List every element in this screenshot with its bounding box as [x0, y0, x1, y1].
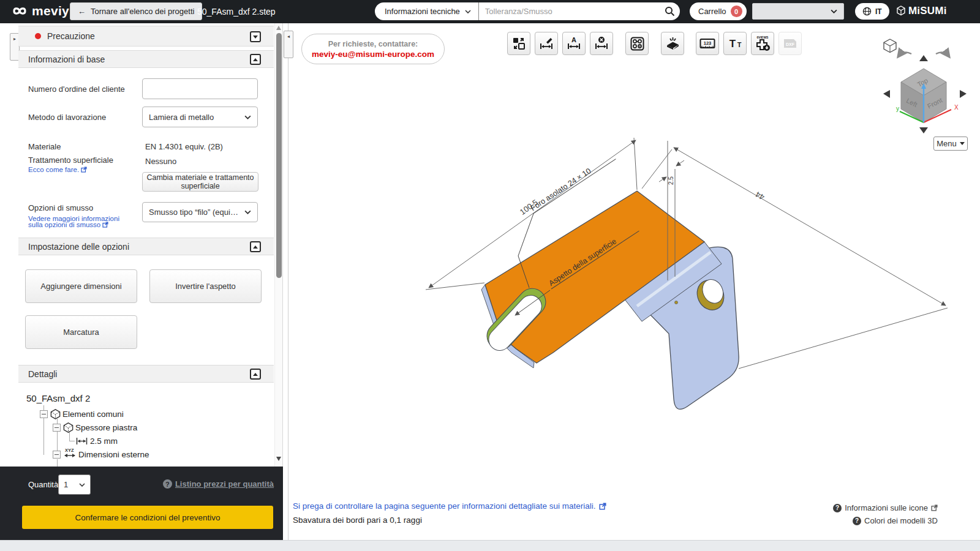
rotate-left-step-icon[interactable]: [883, 90, 890, 98]
material-value: EN 1.4301 equiv. (2B): [145, 142, 223, 151]
tree-node-thickness-value[interactable]: 2.5 mm: [90, 437, 118, 446]
chevron-down-icon: [244, 115, 251, 119]
search-input[interactable]: [479, 7, 659, 16]
method-select[interactable]: Lamiera di metallo: [142, 107, 258, 127]
quantity-select[interactable]: 1: [58, 474, 91, 495]
back-arrow-icon: ←: [78, 7, 86, 16]
misumi-logo-icon: [896, 6, 906, 17]
sidebar-scrollbar[interactable]: [274, 23, 282, 467]
scroll-up-arrow-icon[interactable]: [276, 26, 281, 30]
tree-expand-button[interactable]: [53, 451, 61, 459]
language-label: IT: [875, 7, 882, 16]
viewer-canvas[interactable]: ◂ Per richieste, contattare: meviy-eu@mi…: [283, 23, 980, 540]
xyz-dimensions-icon: XYZ: [63, 447, 77, 459]
hole-pattern-button[interactable]: [625, 32, 649, 55]
svg-text:XYZ: XYZ: [65, 448, 74, 453]
basic-info-header: Informazioni di base: [18, 50, 274, 68]
change-material-button[interactable]: Cambia materiale e trattamento superfici…: [142, 172, 258, 192]
svg-text:2.5: 2.5: [668, 176, 674, 185]
deburring-button[interactable]: [661, 32, 684, 55]
text-marking-button[interactable]: T T: [723, 32, 747, 55]
scroll-down-arrow-icon[interactable]: [276, 457, 281, 461]
model-viewport[interactable]: 100.5 44 2.5 Foro asolato 24 × 10: [404, 135, 968, 429]
rotate-up-arrow-icon[interactable]: [919, 55, 928, 61]
rotate-right-step-icon[interactable]: [960, 90, 967, 98]
globe-icon: [862, 7, 872, 16]
chamfer-select[interactable]: Smusso tipo “filo” (equi…: [142, 202, 258, 222]
options-collapse-button[interactable]: [250, 241, 261, 252]
tree-connector: [57, 459, 58, 467]
invert-aspect-button[interactable]: Invertire l'aspetto: [149, 269, 262, 303]
alert-dot-icon: [35, 33, 41, 39]
edit-dimension-button[interactable]: [535, 32, 558, 55]
user-dropdown[interactable]: [752, 3, 844, 20]
menu-label: Menu: [937, 139, 957, 148]
svg-text:123: 123: [704, 40, 712, 46]
basic-info-collapse-button[interactable]: [250, 54, 261, 65]
surface-help-link[interactable]: Ecco come fare.: [28, 166, 79, 173]
icons-info-link[interactable]: ? Informazioni sulle icone: [833, 501, 938, 514]
tree-node-thickness[interactable]: Spessore piastra: [75, 423, 137, 432]
cart-count-badge: 0: [731, 6, 742, 17]
meviy-logo[interactable]: meviy: [10, 4, 69, 18]
quantity-value: 1: [64, 480, 68, 489]
dimension-icon: [76, 437, 88, 445]
back-to-projects-button[interactable]: ← Tornare all'elenco dei progetti: [70, 2, 202, 20]
question-icon: ?: [833, 504, 842, 512]
canvas-collapse-handle[interactable]: ◂: [284, 31, 293, 58]
cart-button[interactable]: Carrello 0: [690, 2, 747, 20]
add-dimensions-button[interactable]: Aggiungere dimensioni: [25, 269, 137, 303]
swap-orientation-button[interactable]: [507, 32, 530, 55]
top-bar: meviy ← Tornare all'elenco dei progetti …: [0, 0, 980, 23]
rotate-down-arrow-icon[interactable]: [919, 127, 928, 133]
delete-dimension-button[interactable]: [590, 32, 613, 55]
rotate-left-arrow-icon[interactable]: [898, 52, 911, 57]
surface-treatment-label: Trattamento superficiale: [28, 156, 113, 165]
materials-info-link[interactable]: Si prega di controllare la pagina seguen…: [293, 501, 606, 511]
misumi-logo-text: MiSUMi: [908, 5, 947, 17]
text-dimension-button[interactable]: A: [562, 32, 586, 55]
six-views-download-button[interactable]: 6VIEWS: [751, 32, 774, 55]
chevron-down-icon: [465, 10, 471, 13]
method-label: Metodo di lavorazione: [28, 113, 106, 122]
search-icon: [665, 6, 675, 17]
axis-x-label: X: [954, 104, 959, 111]
language-button[interactable]: IT: [855, 3, 889, 20]
chamfer-value: Smusso tipo “filo” (equi…: [149, 208, 238, 217]
rotate-right-arrow-icon[interactable]: [936, 52, 949, 57]
search-button[interactable]: [659, 2, 680, 20]
iso-view-icon[interactable]: [884, 39, 896, 53]
price-list-link[interactable]: ? Listino prezzi per quantità: [163, 479, 274, 489]
cube-icon: [62, 422, 74, 433]
confirm-quote-button[interactable]: Confermare le condizioni del preventivo: [22, 506, 273, 529]
icons-info-label: Informazioni sulle icone: [845, 503, 928, 512]
triangle-up-icon: [253, 58, 258, 61]
tree-root-label[interactable]: 50_FAsm_dxf 2: [26, 393, 90, 403]
scrollbar-thumb[interactable]: [276, 33, 282, 278]
tree-expand-button[interactable]: [40, 410, 48, 418]
precaution-expand-button[interactable]: [250, 31, 261, 42]
marking-button[interactable]: Marcatura: [25, 315, 137, 349]
options-header: Impostazione delle opzioni: [18, 238, 274, 255]
details-collapse-button[interactable]: [250, 369, 261, 380]
contact-bubble: Per richieste, contattare: meviy-eu@misu…: [301, 34, 445, 64]
measure-button[interactable]: 123: [696, 32, 719, 55]
svg-text:T: T: [737, 41, 742, 48]
tree-node-common[interactable]: Elementi comuni: [62, 410, 124, 419]
contact-email[interactable]: meviy-eu@misumi-europe.com: [312, 50, 434, 59]
cube-icon: [50, 408, 61, 420]
search-category-select[interactable]: Informazioni tecniche: [375, 2, 478, 20]
viewcube-menu-button[interactable]: Menu: [933, 137, 968, 151]
svg-text:6VIEWS: 6VIEWS: [757, 36, 769, 39]
model-colors-link[interactable]: ? Colori dei modelli 3D: [833, 514, 938, 527]
chamfer-info-link-line2[interactable]: sulla opzioni di smusso: [28, 221, 100, 228]
order-number-input[interactable]: [142, 78, 258, 99]
tree-node-dimensions[interactable]: Dimensioni esterne: [78, 450, 149, 459]
external-link-icon: [599, 503, 606, 510]
model-colors-label: Colori dei modelli 3D: [864, 516, 938, 525]
tree-expand-button[interactable]: [53, 424, 61, 432]
text-tt-icon: T T: [727, 36, 743, 51]
contact-line1: Per richieste, contattare:: [328, 40, 418, 48]
hole-pattern-icon: [630, 36, 645, 51]
deburr-note: Sbavatura dei bordi pari a 0,1 raggi: [293, 515, 422, 525]
